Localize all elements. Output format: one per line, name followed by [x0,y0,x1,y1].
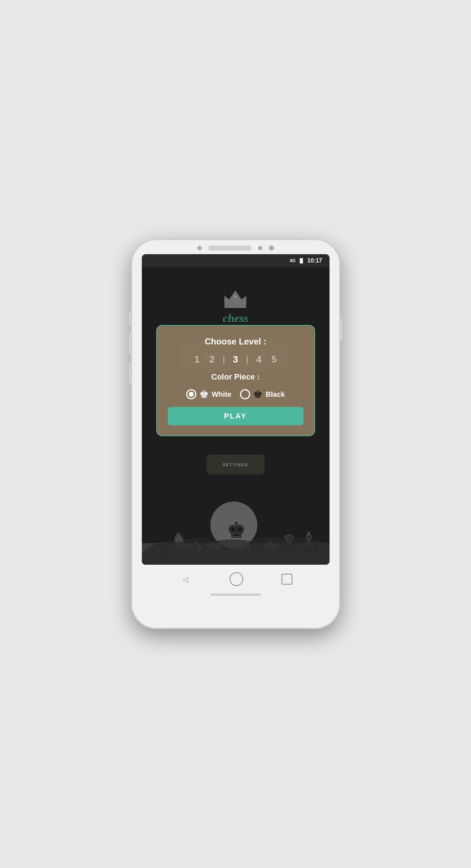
choose-level-modal: Choose Level : 1 2 | 3 | 4 5 Color Piece… [156,325,315,436]
nav-bar: ◁ [131,565,340,594]
black-radio[interactable] [240,389,250,399]
volume-down-button [129,362,131,383]
level-2[interactable]: 2 [208,354,217,365]
level-1[interactable]: 1 [192,354,202,365]
clock: 10:17 [308,257,322,264]
black-option[interactable]: ♚ Black [240,389,285,400]
play-button[interactable]: PLAY [168,407,304,425]
color-options-row: ♚ White ♚ Black [186,389,285,400]
signal-indicator: 4G [290,258,296,263]
back-button[interactable]: ◁ [179,573,192,586]
battery-indicator: ▐▌ [298,258,305,263]
app-content: chess 🤖 👤 Choose Level : 1 [142,267,330,565]
color-piece-label: Color Piece : [211,372,260,382]
modal-overlay: Choose Level : 1 2 | 3 | 4 5 Color Piece… [142,267,330,565]
camera-indicator [258,246,262,250]
back-icon: ◁ [183,575,188,583]
phone-top-bar [131,239,340,251]
level-selector: 1 2 | 3 | 4 5 [192,354,279,365]
home-button[interactable] [230,572,243,586]
white-piece-icon: ♚ [199,389,209,400]
level-4[interactable]: 4 [254,354,263,365]
white-label: White [212,390,231,399]
black-piece-icon: ♚ [253,389,263,400]
speaker-dot [197,246,202,250]
white-option[interactable]: ♚ White [186,389,231,400]
white-radio[interactable] [186,389,196,399]
home-indicator [210,594,261,596]
recents-button[interactable] [282,574,292,585]
level-sep-1: | [223,354,225,365]
status-bar: 4G ▐▌ 10:17 [142,254,330,267]
speaker-bar [208,246,252,251]
level-5[interactable]: 5 [269,354,279,365]
volume-up-button [129,333,131,355]
black-label: Black [266,390,285,399]
level-3[interactable]: 3 [231,354,240,365]
phone-screen: 4G ▐▌ 10:17 chess 🤖 [142,254,330,565]
camera-dot [269,246,274,251]
power-button [340,318,343,340]
volume-silent-button [129,311,131,326]
level-sep-2: | [246,354,249,365]
modal-title: Choose Level : [205,337,266,347]
phone-device: 4G ▐▌ 10:17 chess 🤖 [131,239,340,629]
